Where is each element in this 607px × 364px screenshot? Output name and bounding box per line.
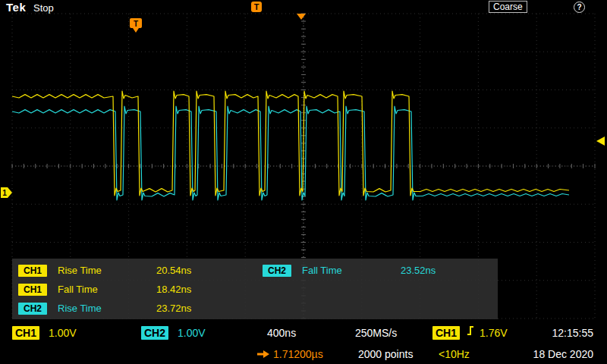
trigger-source-badge: CH1 — [432, 326, 460, 340]
trigger-flag-label: T — [134, 20, 138, 28]
ch1-badge: CH1 — [12, 326, 39, 340]
measurement-value: 20.54ns — [156, 265, 191, 276]
measurement-row: CH2 Fall Time 23.52ns — [263, 261, 494, 280]
ch1-vertical-scale: 1.00V — [49, 327, 77, 339]
horizontal-delay-readout: 1.71200µs — [273, 348, 323, 360]
measurement-label: Rise Time — [58, 265, 156, 276]
clock-time: 12:15:55 — [552, 327, 594, 339]
measurements-panel: CH1 Rise Time 20.54ns CH1 Fall Time 18.4… — [12, 259, 498, 319]
delay-arrow-icon — [256, 350, 270, 359]
measurement-label: Fall Time — [58, 284, 156, 295]
measurement-label: Rise Time — [58, 303, 156, 314]
trigger-frequency-readout: <10Hz — [439, 348, 470, 360]
ch1-badge: CH1 — [18, 284, 47, 296]
date-readout: 18 Dec 2020 — [533, 348, 593, 360]
acquisition-status: Stop — [33, 2, 54, 14]
ch2-badge: CH2 — [263, 265, 291, 277]
help-icon: ? — [574, 2, 585, 13]
ch1-waveform — [12, 91, 569, 196]
bottom-readout-bar: CH1 1.00V CH2 1.00V 400ns 250MS/s CH1 1.… — [0, 319, 607, 364]
top-status-bar: Tek Stop T Coarse ? — [0, 0, 607, 14]
timebase-readout: 400ns — [267, 327, 296, 339]
record-length-readout: 2000 points — [358, 348, 413, 360]
oscilloscope-screen: T1 Tek Stop T Coarse ? CH1 Rise Time 20.… — [0, 0, 607, 364]
measurements-left-column: CH1 Rise Time 20.54ns CH1 Fall Time 18.4… — [18, 261, 255, 318]
measurements-right-column: CH2 Fall Time 23.52ns — [263, 261, 494, 280]
ch1-ground-label: 1 — [2, 189, 7, 197]
measurement-row: CH1 Rise Time 20.54ns — [18, 261, 255, 280]
trigger-flag-pointer — [133, 28, 139, 33]
measurement-row: CH1 Fall Time 18.42ns — [18, 280, 255, 299]
sample-rate-readout: 250MS/s — [355, 327, 397, 339]
measurement-row: CH2 Rise Time 23.72ns — [18, 299, 255, 318]
ch1-badge: CH1 — [18, 265, 47, 277]
coarse-indicator: Coarse — [489, 1, 527, 13]
trigger-position-marker — [297, 14, 306, 20]
measurement-value: 23.52ns — [401, 265, 436, 276]
ch2-vertical-scale: 1.00V — [178, 327, 206, 339]
ch2-badge: CH2 — [141, 326, 168, 340]
trigger-status-badge: T — [251, 2, 262, 12]
measurement-label: Fall Time — [302, 265, 401, 276]
trigger-slope-rising-icon — [466, 325, 476, 337]
measurement-value: 23.72ns — [156, 303, 191, 314]
ch2-waveform — [12, 106, 569, 200]
tek-logo: Tek — [6, 1, 26, 14]
measurement-value: 18.42ns — [156, 284, 191, 295]
trigger-level-readout: 1.76V — [480, 327, 508, 339]
ch2-badge: CH2 — [18, 303, 47, 315]
trigger-level-marker — [596, 136, 605, 146]
